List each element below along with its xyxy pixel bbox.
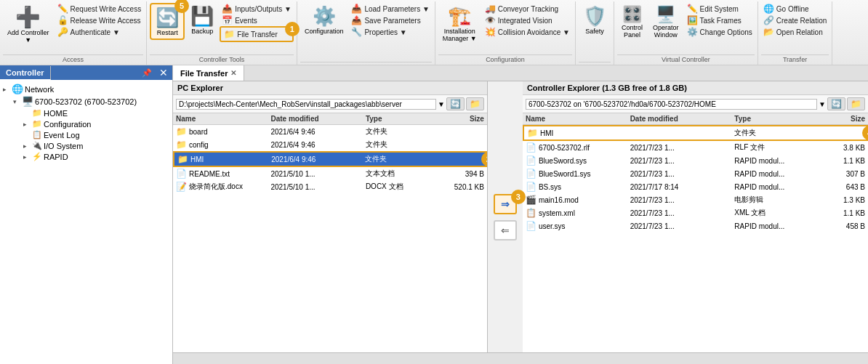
go-offline-button[interactable]: 🌐 Go Offline	[761, 3, 829, 15]
authenticate-button[interactable]: 🔑 Authenticate ▼	[55, 26, 144, 38]
edit-system-button[interactable]: ✏️ Edit System	[685, 3, 755, 15]
network-arrow: ▸	[3, 86, 10, 93]
ctrl-refresh-button[interactable]: 🔄	[827, 97, 845, 110]
controller-item[interactable]: ▾ 🖥️ 6700-523702 (6700-523702)	[13, 95, 169, 108]
create-relation-button[interactable]: 🔗 Create Relation	[761, 15, 829, 26]
release-write-access-button[interactable]: 🔓 Release Write Access	[55, 15, 144, 26]
ribbon-group-installation: 🏗️ InstallationManager ▼ 🚚 Conveyor Trac…	[435, 1, 576, 65]
operator-window-button[interactable]: 🖥️ OperatorWindow	[648, 3, 683, 41]
ctrl-col-date: Date modified	[630, 115, 735, 123]
transfer-buttons: ⇒ 3 ⇐	[488, 81, 523, 352]
safety-inner: 🛡️ Safety	[579, 3, 611, 62]
bluesword-file-icon: 📄	[526, 155, 537, 166]
pc-col-name: Name	[176, 115, 270, 123]
request-write-access-button[interactable]: ✏️ Request Write Access	[55, 3, 144, 15]
tree-configuration[interactable]: ▸ 📁 Configuration	[23, 118, 169, 129]
board-folder-icon: 📁	[176, 126, 187, 137]
installation-icon: 🏗️	[448, 5, 471, 28]
file-transfer-button[interactable]: 📁 File Transfer 1	[220, 26, 294, 42]
pc-row-docx-name: 📝烧录简化版.docx	[176, 182, 270, 192]
ctrl-path-input[interactable]	[526, 99, 817, 110]
panel-pin-icon[interactable]: 📌	[139, 67, 155, 79]
access-group-label: Access	[3, 54, 143, 63]
open-relation-button[interactable]: 📂 Open Relation	[761, 26, 829, 38]
task-frames-icon: 🖼️	[687, 15, 698, 25]
create-relation-label: Create Relation	[776, 17, 827, 25]
ctrl-file-row-hmi[interactable]: 📁HMI 文件夹 4	[523, 125, 868, 141]
pc-row-docx-size: 520.1 KB	[437, 183, 484, 191]
pc-file-row-hmi[interactable]: 📁HMI 2021/6/4 9:46 文件夹 2	[173, 151, 487, 167]
integrated-vision-button[interactable]: 👁️ Integrated Vision	[483, 15, 572, 26]
pc-file-row-board[interactable]: 📁board 2021/6/4 9:46 文件夹	[173, 125, 487, 138]
inputs-outputs-button[interactable]: 📤 Inputs/Outputs ▼	[220, 3, 294, 15]
pc-file-row-readme[interactable]: 📄README.txt 2021/5/10 1... 文本文档 394 B	[173, 167, 487, 180]
ctrl-file-row-bluesword[interactable]: 📄BlueSword.sys 2021/7/23 1... RAPID modu…	[523, 154, 868, 167]
add-controller-button[interactable]: ➕ Add Controller ▼	[3, 3, 54, 46]
pc-path-dropdown-icon[interactable]: ▼	[438, 100, 445, 108]
tree-eventlog[interactable]: 📋 Event Log	[23, 129, 169, 140]
file-transfer-tab-close[interactable]: ✕	[230, 69, 236, 77]
control-panel-button[interactable]: 🎛️ ControlPanel	[617, 3, 647, 41]
safety-button[interactable]: 🛡️ Safety	[579, 3, 611, 37]
transfer-left-button[interactable]: ⇐	[494, 220, 517, 240]
file-transfer-tab-label: File Transfer	[180, 69, 228, 78]
configuration-button[interactable]: ⚙️ Configuration	[300, 3, 348, 37]
backup-label: Backup	[191, 28, 213, 35]
transfer-right-button[interactable]: ⇒ 3	[494, 194, 517, 214]
config-left-label	[300, 62, 432, 63]
go-offline-icon: 🌐	[763, 4, 774, 14]
pc-col-size: Size	[437, 115, 484, 123]
file-transfer-tab[interactable]: File Transfer ✕	[173, 65, 244, 81]
pc-row-hmi-name: 📁HMI	[177, 154, 271, 164]
ctrl-file-row-rlf[interactable]: 📄6700-523702.rlf 2021/7/23 1... RLF 文件 3…	[523, 141, 868, 154]
pc-file-row-docx[interactable]: 📝烧录简化版.docx 2021/5/10 1... DOCX 文档 520.1…	[173, 180, 487, 193]
ctrl-row-bs-type: RAPID modul...	[734, 183, 813, 191]
transfer-inner: 🌐 Go Offline 🔗 Create Relation 📂 Open Re…	[761, 3, 829, 54]
ctrl-path-dropdown-icon[interactable]: ▼	[819, 100, 826, 108]
file-transfer-label: File Transfer	[237, 31, 278, 39]
transfer-col: 🌐 Go Offline 🔗 Create Relation 📂 Open Re…	[761, 3, 829, 38]
collision-avoidance-label: Collision Avoidance ▼	[498, 28, 570, 36]
properties-button[interactable]: 🔧 Properties ▼	[349, 26, 431, 38]
pc-file-row-config[interactable]: 📁config 2021/6/4 9:46 文件夹	[173, 138, 487, 151]
pc-explorer-header: PC Explorer	[173, 81, 487, 95]
conveyor-tracking-button[interactable]: 🚚 Conveyor Tracking	[483, 3, 572, 15]
content-area: File Transfer ✕ PC Explorer ▼ 🔄 📁 Name	[173, 65, 868, 364]
ctrl-row-bluesword1-size: 307 B	[813, 170, 865, 178]
ctrl-folder-up-button[interactable]: 📁	[847, 97, 865, 110]
task-frames-button[interactable]: 🖼️ Task Frames	[685, 15, 755, 26]
tree-iosystem[interactable]: ▸ 🔌 I/O System	[23, 140, 169, 151]
installation-manager-button[interactable]: 🏗️ InstallationManager ▼	[438, 3, 481, 44]
panel-close-icon[interactable]: ✕	[155, 65, 172, 80]
pc-row-docx-type: DOCX 文档	[366, 182, 437, 192]
conveyor-tracking-label: Conveyor Tracking	[498, 5, 558, 13]
installation-inner: 🏗️ InstallationManager ▼ 🚚 Conveyor Trac…	[438, 3, 572, 54]
control-panel-label: ControlPanel	[622, 24, 643, 39]
tree-home[interactable]: 📁 HOME	[23, 108, 169, 118]
backup-button[interactable]: 💾 Backup	[186, 3, 218, 37]
pc-folder-up-button[interactable]: 📁	[466, 97, 484, 110]
config-left-inner: ⚙️ Configuration 📥 Load Parameters ▼ 📤 S…	[300, 3, 432, 62]
events-icon: 📅	[222, 15, 233, 25]
load-parameters-button[interactable]: 📥 Load Parameters ▼	[349, 3, 431, 15]
collision-avoidance-button[interactable]: 💥 Collision Avoidance ▼	[483, 26, 572, 38]
ctrl-file-row-bs[interactable]: 📄BS.sys 2021/7/17 8:14 RAPID modul... 64…	[523, 180, 868, 193]
controller-tab[interactable]: Controller	[0, 66, 51, 80]
ctrl-file-row-main16[interactable]: 🎬main16.mod 2021/7/23 1... 电影剪辑 1.3 KB	[523, 193, 868, 206]
save-parameters-button[interactable]: 📤 Save Parameters	[349, 15, 431, 26]
ctrl-file-row-bluesword1[interactable]: 📄BlueSword1.sys 2021/7/23 1... RAPID mod…	[523, 167, 868, 180]
pc-refresh-button[interactable]: 🔄	[446, 97, 465, 110]
change-options-button[interactable]: ⚙️ Change Options	[685, 26, 755, 38]
ctrl-file-row-system[interactable]: 📋system.xml 2021/7/23 1... XML 文档 1.1 KB	[523, 206, 868, 219]
load-parameters-label: Load Parameters ▼	[364, 5, 429, 13]
events-button[interactable]: 📅 Events	[220, 15, 294, 26]
authenticate-label: Authenticate ▼	[71, 28, 120, 36]
pc-row-readme-type: 文本文档	[366, 169, 437, 179]
restart-button[interactable]: 🔄 Restart 5	[150, 3, 185, 40]
bs-file-icon: 📄	[526, 182, 537, 192]
ctrl-file-row-user[interactable]: 📄user.sys 2021/7/23 1... RAPID modul... …	[523, 219, 868, 232]
pc-path-input[interactable]	[176, 99, 436, 110]
pc-row-readme-size: 394 B	[437, 170, 484, 178]
network-label: ▸ 🌐 Network	[3, 83, 169, 95]
tree-rapid[interactable]: ▸ ⚡ RAPID	[23, 151, 169, 162]
